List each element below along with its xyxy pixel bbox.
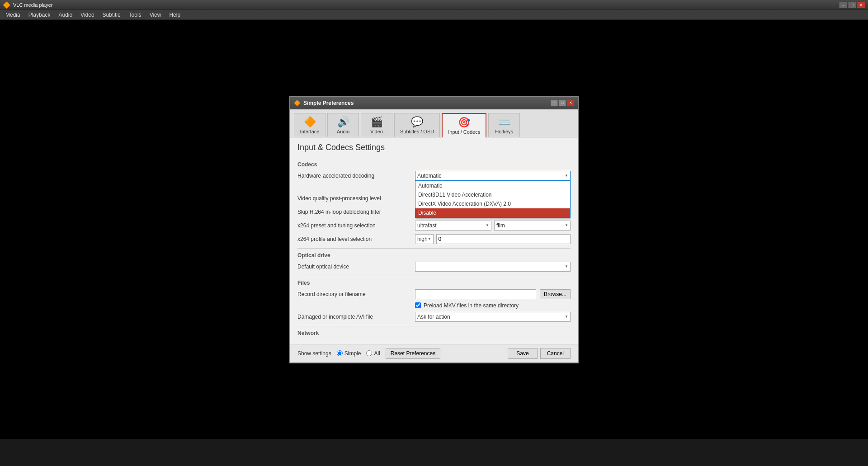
tab-hotkeys[interactable]: ⌨️ Hotkeys (488, 113, 520, 137)
codecs-section-header: Codecs (297, 161, 571, 168)
x264-profile-dropdown[interactable]: high ▼ (415, 234, 434, 244)
x264-preset-val2: film (496, 222, 505, 229)
tab-bar: 🔶 Interface 🔊 Audio 🎬 Video 💬 Subtitles … (290, 109, 578, 137)
x264-preset-dropdown2[interactable]: film ▼ (494, 221, 571, 231)
minimize-button[interactable]: ─ (839, 2, 847, 8)
dialog-title-controls: ─ □ ✕ (551, 100, 574, 106)
radio-group: Simple All (337, 350, 380, 357)
tab-interface[interactable]: 🔶 Interface (294, 113, 326, 137)
network-section-header: Network (297, 330, 571, 336)
dialog-minimize-button[interactable]: ─ (551, 100, 558, 106)
damaged-avi-value: Ask for action (417, 314, 450, 320)
menu-bar: Media Playback Audio Video Subtitle Tool… (0, 10, 868, 20)
x264-preset-control: ultrafast ▼ film ▼ (415, 221, 571, 231)
damaged-avi-control: Ask for action ▼ (415, 312, 571, 322)
record-dir-input[interactable] (415, 289, 536, 299)
menu-help[interactable]: Help (165, 11, 184, 19)
x264-profile-row: x264 profile and level selection high ▼ (297, 234, 571, 245)
hwaccel-dropdown[interactable]: Automatic ▼ (415, 171, 571, 181)
audio-icon: 🔊 (337, 116, 349, 128)
save-button[interactable]: Save (508, 348, 537, 359)
settings-scroll-area[interactable]: Codecs Hardware-accelerated decoding Aut… (297, 158, 571, 339)
x264-profile-arrow: ▼ (428, 237, 431, 241)
radio-simple: Simple (337, 350, 361, 357)
browse-button[interactable]: Browse... (540, 289, 571, 299)
footer-right: Save Cancel (508, 348, 571, 359)
title-bar: 🔶 VLC media player ─ □ ✕ (0, 0, 868, 10)
tab-input-codecs[interactable]: 🎯 Input / Codecs (442, 113, 486, 137)
preload-mkv-checkbox[interactable] (415, 302, 421, 308)
menu-tools[interactable]: Tools (125, 11, 145, 19)
menu-view[interactable]: View (146, 11, 165, 19)
x264-preset-label: x264 preset and tuning selection (297, 222, 415, 229)
radio-simple-input[interactable] (337, 350, 343, 356)
hwaccel-dropdown-list: Automatic Direct3D11 Video Acceleration … (415, 181, 571, 218)
dialog-title: Simple Preferences (303, 100, 354, 106)
hotkeys-icon: ⌨️ (498, 116, 510, 128)
playback-bar (0, 439, 868, 466)
damaged-avi-dropdown[interactable]: Ask for action ▼ (415, 312, 571, 322)
damaged-avi-row: Damaged or incomplete AVI file Ask for a… (297, 311, 571, 322)
reset-preferences-button[interactable]: Reset Preferences (386, 348, 440, 359)
tab-audio-label: Audio (337, 129, 349, 134)
hwaccel-option-disable[interactable]: Disable (415, 208, 570, 217)
tab-hotkeys-label: Hotkeys (495, 129, 513, 134)
tab-subtitles[interactable]: 💬 Subtitles / OSD (394, 113, 440, 137)
damaged-avi-arrow: ▼ (565, 315, 568, 319)
x264-preset-dropdown1[interactable]: ultrafast ▼ (415, 221, 491, 231)
optical-device-control: ▼ (415, 262, 571, 272)
radio-all-label: All (374, 350, 380, 357)
optical-section-header: Optical drive (297, 252, 571, 259)
maximize-button[interactable]: □ (848, 2, 856, 8)
menu-video[interactable]: Video (77, 11, 98, 19)
preload-mkv-label: Preload MKV files in the same directory (424, 302, 519, 309)
input-codecs-icon: 🎯 (458, 117, 470, 128)
dialog-title-bar: 🔶 Simple Preferences ─ □ ✕ (290, 97, 578, 109)
dialog-footer: Show settings Simple All Reset Preferenc… (290, 344, 578, 362)
menu-subtitle[interactable]: Subtitle (99, 11, 124, 19)
footer-left: Show settings Simple All Reset Preferenc… (297, 348, 504, 359)
hwaccel-dropdown-arrow: ▼ (565, 174, 568, 178)
optical-device-dropdown[interactable]: ▼ (415, 262, 571, 272)
dialog-vlc-icon: 🔶 (294, 100, 301, 106)
dialog-body: Input & Codecs Settings Codecs Hardware-… (290, 137, 578, 344)
title-bar-left: 🔶 VLC media player (3, 1, 52, 9)
tab-input-label: Input / Codecs (448, 129, 480, 135)
video-quality-label: Video quality post-processing level (297, 195, 415, 202)
tab-audio[interactable]: 🔊 Audio (327, 113, 359, 137)
radio-all: All (366, 350, 380, 357)
x264-profile-control: high ▼ (415, 234, 571, 244)
tab-video-label: Video (370, 129, 383, 134)
hwaccel-row: Hardware-accelerated decoding Automatic … (297, 170, 571, 181)
x264-preset-row: x264 preset and tuning selection ultrafa… (297, 220, 571, 231)
hwaccel-option-dxva[interactable]: DirectX Video Acceleration (DXVA) 2.0 (415, 199, 570, 208)
x264-level-input[interactable] (436, 234, 571, 244)
vlc-icon: 🔶 (3, 1, 10, 9)
record-dir-label: Record directory or filename (297, 291, 415, 297)
files-section-header: Files (297, 280, 571, 286)
menu-audio[interactable]: Audio (55, 11, 76, 19)
dialog-close-button[interactable]: ✕ (567, 100, 574, 106)
record-dir-control: Browse... (415, 289, 571, 299)
hwaccel-option-d3d11[interactable]: Direct3D11 Video Acceleration (415, 190, 570, 199)
x264-preset-controls: ultrafast ▼ film ▼ (415, 221, 571, 231)
show-settings-label: Show settings (297, 350, 331, 357)
page-title: Input & Codecs Settings (297, 143, 571, 152)
menu-playback[interactable]: Playback (25, 11, 54, 19)
dialog-overlay: 🔶 Simple Preferences ─ □ ✕ 🔶 Interface 🔊 (0, 20, 868, 439)
dialog-maximize-button[interactable]: □ (559, 100, 566, 106)
optical-device-row: Default optical device ▼ (297, 261, 571, 272)
hwaccel-control: Automatic ▼ Automatic Direct3D11 Video A… (415, 171, 571, 181)
tab-subtitles-label: Subtitles / OSD (400, 129, 434, 134)
dialog-title-left: 🔶 Simple Preferences (294, 100, 354, 106)
hwaccel-selected-value: Automatic (417, 173, 441, 179)
tab-video[interactable]: 🎬 Video (361, 113, 392, 137)
menu-media[interactable]: Media (2, 11, 24, 19)
close-button[interactable]: ✕ (857, 2, 865, 8)
hwaccel-option-automatic[interactable]: Automatic (415, 181, 570, 190)
subtitles-icon: 💬 (411, 116, 423, 128)
cancel-button[interactable]: Cancel (540, 348, 571, 359)
tab-interface-label: Interface (300, 129, 320, 134)
skip-h264-label: Skip H.264 in-loop deblocking filter (297, 209, 415, 215)
radio-all-input[interactable] (366, 350, 372, 356)
